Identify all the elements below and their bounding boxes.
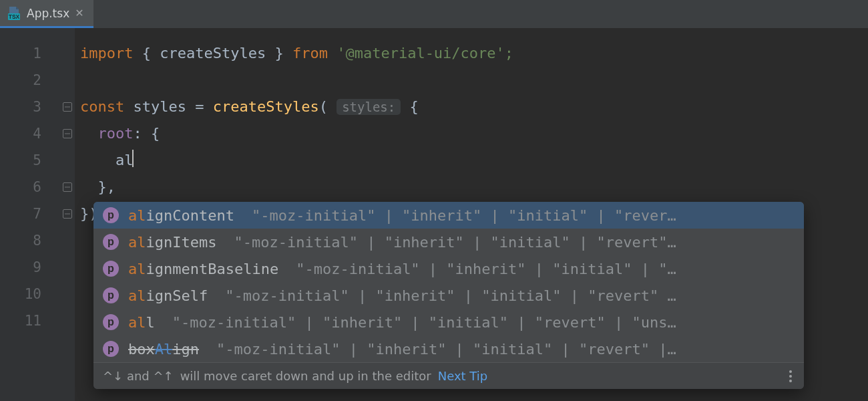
completion-type: "-moz-initial" | "inherit" | "initial" |… — [216, 341, 795, 358]
completion-item[interactable]: pall"-moz-initial" | "inherit" | "initia… — [93, 309, 804, 336]
footer-text: will move caret down and up in the edito… — [180, 369, 431, 383]
completion-name: alignmentBaseline — [128, 261, 278, 277]
text-caret — [132, 150, 134, 167]
editor-tabbar: TSX App.tsx ✕ — [0, 0, 868, 28]
completion-item[interactable]: palignContent"-moz-initial" | "inherit" … — [93, 202, 804, 229]
code-line: const styles = createStyles( styles: { — [75, 94, 868, 120]
completion-item[interactable]: palignmentBaseline"-moz-initial" | "inhe… — [93, 255, 804, 282]
fold-toggle-icon[interactable] — [63, 182, 72, 192]
property-icon: p — [103, 234, 119, 250]
completion-type: "-moz-initial" | "inherit" | "initial" |… — [225, 287, 795, 304]
line-number-gutter: 1 2 3 4 5 6 7 8 9 10 11 — [0, 28, 60, 401]
completion-item[interactable]: palignSelf"-moz-initial" | "inherit" | "… — [93, 282, 804, 309]
property-icon: p — [103, 261, 119, 277]
next-tip-link[interactable]: Next Tip — [438, 369, 488, 383]
code-line: }, — [75, 174, 868, 200]
completion-name: alignItems — [128, 234, 216, 251]
line-number: 9 — [0, 254, 60, 281]
line-number: 7 — [0, 200, 60, 227]
tsx-file-icon: TSX — [7, 6, 21, 21]
completion-name: all — [128, 314, 155, 331]
svg-text:TSX: TSX — [9, 13, 20, 20]
completion-name: boxAlign — [128, 341, 199, 358]
popup-footer: ^↓ and ^↑ will move caret down and up in… — [93, 362, 804, 389]
completion-type: "-moz-initial" | "inherit" | "initial" |… — [252, 207, 795, 224]
close-icon[interactable]: ✕ — [75, 8, 83, 19]
line-number: 3 — [0, 94, 60, 120]
line-number: 10 — [0, 281, 60, 307]
fold-toggle-icon[interactable] — [63, 102, 72, 112]
line-number: 5 — [0, 147, 60, 174]
line-number: 6 — [0, 174, 60, 200]
code-editor: 1 2 3 4 5 6 7 8 9 10 11 import { createS… — [0, 28, 868, 401]
code-line: import { createStyles } from '@material-… — [75, 40, 868, 67]
completion-type: "-moz-initial" | "inherit" | "initial" |… — [296, 261, 795, 277]
code-line — [75, 67, 868, 94]
fold-toggle-icon[interactable] — [63, 129, 72, 138]
completion-type: "-moz-initial" | "inherit" | "initial" |… — [234, 234, 795, 251]
property-icon: p — [103, 287, 119, 303]
property-icon: p — [103, 314, 119, 330]
completion-name: alignSelf — [128, 287, 208, 304]
parameter-hint: styles: — [337, 99, 401, 115]
fold-toggle-icon[interactable] — [63, 209, 72, 219]
line-number: 11 — [0, 307, 60, 334]
completion-item[interactable]: pboxAlign"-moz-initial" | "inherit" | "i… — [93, 336, 804, 362]
kebab-menu-icon[interactable] — [787, 368, 795, 385]
file-tab[interactable]: TSX App.tsx ✕ — [0, 0, 93, 28]
completion-type: "-moz-initial" | "inherit" | "initial" |… — [172, 314, 795, 331]
code-line: al — [75, 147, 868, 174]
line-number: 8 — [0, 227, 60, 254]
autocomplete-popup: palignContent"-moz-initial" | "inherit" … — [93, 202, 804, 389]
property-icon: p — [103, 341, 119, 357]
line-number: 4 — [0, 120, 60, 147]
completion-name: alignContent — [128, 207, 234, 224]
property-icon: p — [103, 207, 119, 223]
line-number: 2 — [0, 67, 60, 94]
code-line: root: { — [75, 120, 868, 147]
fold-gutter — [60, 28, 75, 401]
footer-shortcut-hint: ^↓ and ^↑ — [103, 369, 174, 383]
completion-item[interactable]: palignItems"-moz-initial" | "inherit" | … — [93, 229, 804, 255]
tab-filename: App.tsx — [27, 7, 69, 20]
line-number: 1 — [0, 40, 60, 67]
